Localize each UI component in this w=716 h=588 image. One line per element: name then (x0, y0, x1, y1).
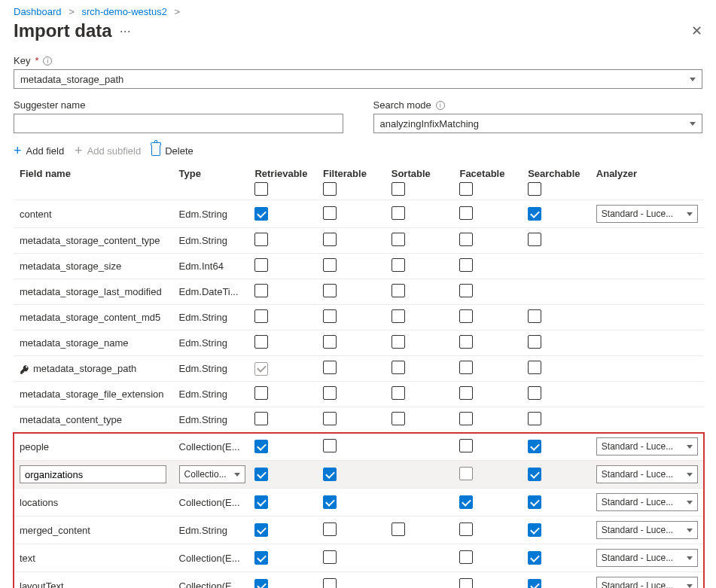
facetable-all-checkbox[interactable] (459, 182, 473, 196)
searchmode-select[interactable]: analyzingInfixMatching (373, 114, 703, 133)
type-select[interactable]: Collectio... (179, 465, 245, 483)
retrievable-checkbox[interactable] (254, 468, 268, 481)
searchable-checkbox[interactable] (528, 207, 541, 221)
table-row[interactable]: metadata_storage_sizeEdm.Int64 (14, 254, 704, 279)
retrievable-all-checkbox[interactable] (254, 182, 268, 196)
facetable-checkbox[interactable] (459, 386, 473, 400)
retrievable-checkbox[interactable] (254, 284, 268, 297)
sortable-checkbox[interactable] (392, 335, 405, 349)
facetable-checkbox[interactable] (459, 206, 473, 220)
table-row[interactable]: metadata_content_typeEdm.String (14, 407, 704, 433)
analyzer-select[interactable]: Standard - Luce... (596, 437, 698, 455)
sortable-checkbox[interactable] (392, 386, 405, 400)
searchable-checkbox[interactable] (528, 551, 541, 565)
sortable-checkbox[interactable] (392, 206, 405, 220)
retrievable-checkbox[interactable] (254, 440, 268, 453)
retrievable-checkbox[interactable] (254, 309, 268, 323)
delete-button[interactable]: Delete (151, 145, 193, 157)
sortable-all-checkbox[interactable] (392, 182, 405, 196)
table-row[interactable]: peopleCollection(E...Standard - Luce... (14, 433, 704, 461)
sortable-checkbox[interactable] (392, 412, 405, 425)
searchable-checkbox[interactable] (528, 495, 541, 509)
filterable-checkbox[interactable] (323, 550, 337, 564)
searchable-checkbox[interactable] (528, 361, 541, 374)
facetable-checkbox[interactable] (459, 284, 473, 297)
analyzer-select[interactable]: Standard - Luce... (596, 521, 698, 539)
filterable-checkbox[interactable] (323, 309, 337, 323)
searchable-checkbox[interactable] (528, 386, 541, 400)
retrievable-checkbox[interactable] (254, 207, 268, 221)
table-row[interactable]: metadata_storage_last_modifiedEdm.DateTi… (14, 279, 704, 305)
searchable-checkbox[interactable] (528, 523, 541, 537)
breadcrumb-resource[interactable]: srch-demo-westus2 (81, 6, 166, 17)
facetable-checkbox[interactable] (459, 522, 473, 536)
filterable-checkbox[interactable] (323, 284, 337, 297)
searchable-checkbox[interactable] (528, 309, 541, 323)
filterable-checkbox[interactable] (323, 335, 337, 349)
table-row[interactable]: metadata_storage_content_md5Edm.String (14, 305, 704, 331)
searchable-checkbox[interactable] (528, 440, 541, 453)
filterable-checkbox[interactable] (323, 495, 337, 509)
filterable-checkbox[interactable] (323, 578, 337, 589)
info-icon[interactable]: i (436, 101, 445, 110)
facetable-checkbox[interactable] (459, 258, 473, 272)
sortable-checkbox[interactable] (392, 233, 405, 246)
retrievable-checkbox[interactable] (254, 362, 268, 376)
table-row[interactable]: layoutTextCollection(E...Standard - Luce… (14, 572, 704, 589)
table-row[interactable]: metadata_storage_file_extensionEdm.Strin… (14, 382, 704, 407)
retrievable-checkbox[interactable] (254, 258, 268, 272)
searchable-checkbox[interactable] (528, 412, 541, 425)
facetable-checkbox[interactable] (459, 233, 473, 246)
facetable-checkbox[interactable] (459, 578, 473, 589)
sortable-checkbox[interactable] (392, 258, 405, 272)
facetable-checkbox[interactable] (459, 495, 473, 509)
table-row[interactable]: metadata_storage_content_typeEdm.String (14, 228, 704, 254)
analyzer-select[interactable]: Standard - Luce... (596, 493, 698, 511)
table-row[interactable]: metadata_storage_pathEdm.String (14, 356, 704, 382)
table-row[interactable]: merged_contentEdm.StringStandard - Luce.… (14, 516, 704, 544)
facetable-checkbox[interactable] (459, 309, 473, 323)
searchable-checkbox[interactable] (528, 335, 541, 349)
info-icon[interactable]: i (43, 56, 52, 66)
sortable-checkbox[interactable] (392, 284, 405, 297)
retrievable-checkbox[interactable] (254, 412, 268, 425)
retrievable-checkbox[interactable] (254, 523, 268, 537)
filterable-checkbox[interactable] (323, 258, 337, 272)
table-row[interactable]: textCollection(E...Standard - Luce... (14, 544, 704, 572)
field-name-input[interactable] (20, 465, 166, 483)
sortable-checkbox[interactable] (392, 361, 405, 374)
add-field-button[interactable]: + Add field (14, 144, 64, 157)
filterable-checkbox[interactable] (323, 361, 337, 374)
breadcrumb-dashboard[interactable]: Dashboard (14, 6, 62, 17)
retrievable-checkbox[interactable] (254, 579, 268, 588)
filterable-checkbox[interactable] (323, 386, 337, 400)
searchable-checkbox[interactable] (528, 579, 541, 588)
facetable-checkbox[interactable] (459, 335, 473, 349)
table-row[interactable]: Collectio...Standard - Luce... (14, 461, 704, 489)
retrievable-checkbox[interactable] (254, 495, 268, 509)
sortable-checkbox[interactable] (392, 309, 405, 323)
retrievable-checkbox[interactable] (254, 386, 268, 400)
table-row[interactable]: locationsCollection(E...Standard - Luce.… (14, 489, 704, 516)
searchable-all-checkbox[interactable] (528, 182, 541, 196)
suggester-input[interactable] (14, 114, 343, 133)
key-select[interactable]: metadata_storage_path (14, 69, 702, 89)
analyzer-select[interactable]: Standard - Luce... (596, 205, 698, 223)
filterable-checkbox[interactable] (323, 412, 337, 425)
filterable-checkbox[interactable] (323, 233, 337, 246)
facetable-checkbox[interactable] (459, 467, 473, 480)
close-icon[interactable]: ✕ (691, 23, 702, 39)
retrievable-checkbox[interactable] (254, 335, 268, 349)
more-icon[interactable]: ··· (120, 24, 131, 38)
facetable-checkbox[interactable] (459, 550, 473, 564)
filterable-checkbox[interactable] (323, 468, 337, 481)
filterable-checkbox[interactable] (323, 206, 337, 220)
retrievable-checkbox[interactable] (254, 551, 268, 565)
filterable-all-checkbox[interactable] (323, 182, 337, 196)
filterable-checkbox[interactable] (323, 439, 337, 452)
analyzer-select[interactable]: Standard - Luce... (596, 465, 698, 483)
searchable-checkbox[interactable] (528, 233, 541, 246)
table-row[interactable]: metadata_storage_nameEdm.String (14, 331, 704, 356)
sortable-checkbox[interactable] (392, 522, 405, 536)
table-row[interactable]: contentEdm.StringStandard - Luce... (14, 200, 704, 228)
